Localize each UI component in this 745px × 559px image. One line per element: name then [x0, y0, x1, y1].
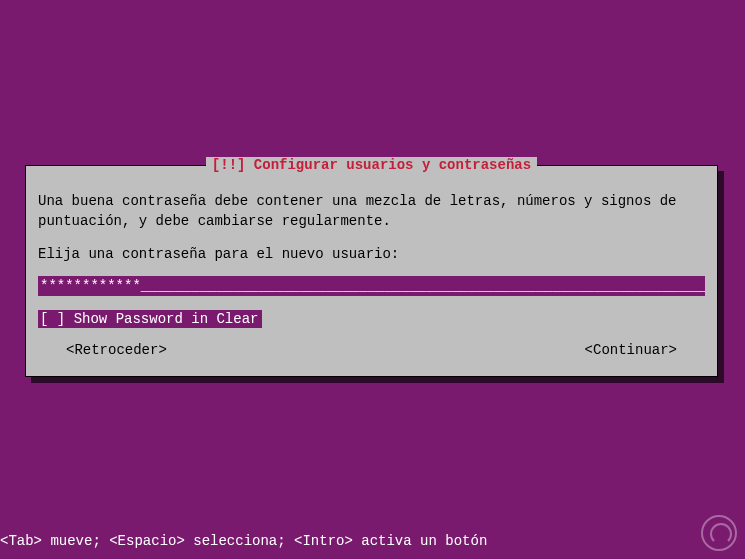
show-password-checkbox[interactable]: [ ] Show Password in Clear — [38, 310, 262, 328]
password-input[interactable]: ************____________________________… — [38, 276, 705, 296]
installer-dialog: [!!] Configurar usuarios y contraseñas U… — [25, 165, 718, 377]
dialog-body-text: Una buena contraseña debe contener una m… — [38, 191, 705, 232]
checkbox-indicator: [ ] — [40, 311, 65, 327]
dialog-title: [!!] Configurar usuarios y contraseñas — [206, 157, 537, 173]
continue-button[interactable]: <Continuar> — [585, 342, 677, 358]
button-row: <Retroceder> <Continuar> — [38, 342, 705, 358]
checkbox-label: Show Password in Clear — [74, 311, 259, 327]
input-fill: ________________________________________… — [141, 278, 705, 294]
watermark-icon — [701, 515, 737, 551]
footer-hint: <Tab> mueve; <Espacio> selecciona; <Intr… — [0, 533, 487, 549]
password-prompt: Elija una contraseña para el nuevo usuar… — [38, 246, 705, 262]
password-value: ************ — [40, 278, 141, 294]
back-button[interactable]: <Retroceder> — [66, 342, 167, 358]
dialog-title-row: [!!] Configurar usuarios y contraseñas — [26, 157, 717, 173]
